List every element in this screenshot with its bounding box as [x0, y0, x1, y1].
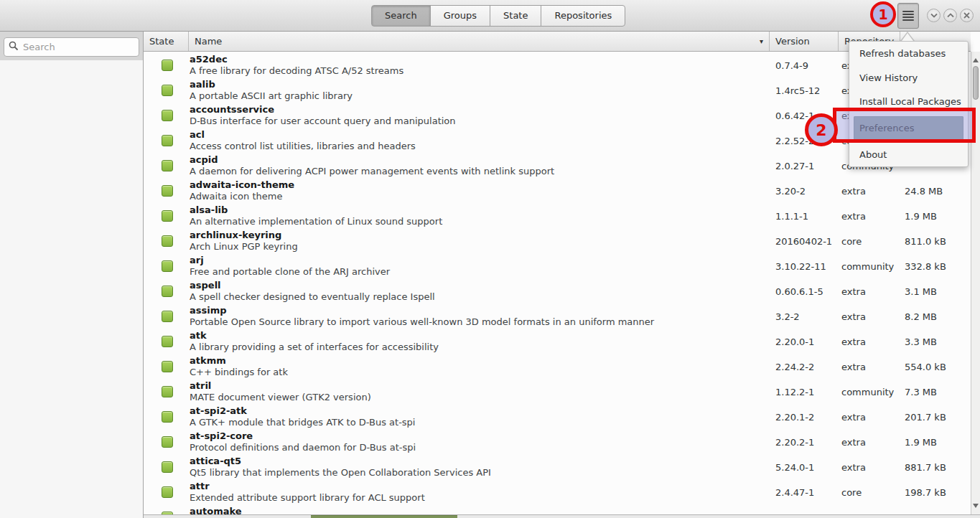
package-version: 2.4.47-1	[775, 480, 814, 505]
package-repository: core	[841, 480, 862, 505]
menu-item-refresh-databases[interactable]: Refresh databases	[849, 42, 968, 66]
package-size: 881.7 kB	[905, 455, 946, 480]
horizontal-scrollbar-thumb[interactable]	[311, 515, 457, 518]
search-input-box[interactable]	[4, 37, 139, 57]
package-size: 1.9 MB	[905, 204, 937, 229]
package-installed-icon	[162, 60, 173, 71]
tab-repositories[interactable]: Repositories	[541, 5, 625, 27]
package-version: 3.20-2	[775, 179, 806, 204]
sidebar	[0, 60, 144, 518]
app-menu-button[interactable]	[897, 3, 919, 29]
column-version-header[interactable]: Version	[770, 32, 839, 51]
package-installed-icon	[162, 135, 173, 146]
package-size: 8.2 MB	[905, 304, 937, 329]
package-repository: core	[841, 505, 862, 514]
vertical-scrollbar-thumb[interactable]	[973, 66, 979, 100]
package-repository: extra	[841, 455, 866, 480]
package-size: 24.8 MB	[905, 179, 943, 204]
scroll-up-arrow-icon[interactable]	[973, 58, 979, 62]
table-row[interactable]: attrExtended attribute support library f…	[144, 480, 971, 505]
package-name: a52dec	[190, 54, 228, 65]
package-installed-icon	[162, 461, 173, 473]
package-installed-icon	[162, 311, 173, 322]
table-row[interactable]: aalibA portable ASCII art graphic librar…	[144, 78, 971, 103]
package-installed-icon	[162, 235, 173, 247]
package-description: A free library for decoding ATSC A/52 st…	[190, 65, 403, 76]
package-version: 1.15-1	[775, 505, 806, 514]
package-description: Free and portable clone of the ARJ archi…	[190, 266, 390, 277]
package-repository: extra	[841, 405, 866, 430]
package-description: Qt5 library that implements the Open Col…	[190, 467, 491, 478]
table-row[interactable]: at-spi2-atkA GTK+ module that bridges AT…	[144, 405, 971, 430]
package-name: assimp	[190, 305, 227, 316]
package-name: at-spi2-atk	[190, 405, 247, 416]
package-size: 1.9 MB	[905, 430, 937, 455]
table-row[interactable]: at-spi2-coreProtocol definitions and dae…	[144, 430, 971, 455]
tab-search[interactable]: Search	[371, 5, 431, 27]
table-row[interactable]: aspellA spell checker designed to eventu…	[144, 279, 971, 304]
package-name: attica-qt5	[190, 456, 241, 466]
package-installed-icon	[162, 336, 173, 347]
package-description: A spell checker designed to eventually r…	[190, 291, 435, 302]
package-repository: extra	[841, 304, 866, 329]
close-icon	[963, 12, 970, 19]
package-size: 3.1 MB	[905, 279, 937, 304]
table-row[interactable]: atkmmC++ bindings for atk2.24.2-2extra55…	[144, 354, 971, 380]
table-row[interactable]: archlinux-keyringArch Linux PGP keyring2…	[144, 229, 971, 254]
package-name: atkmm	[190, 355, 226, 366]
package-repository: community	[841, 254, 894, 279]
package-installed-icon	[162, 85, 173, 96]
app-menu-popup: Refresh databasesView HistoryInstall Loc…	[849, 41, 969, 167]
table-row[interactable]: atrilMATE document viewer (GTK2 version)…	[144, 380, 971, 405]
table-row[interactable]: alsa-libAn alternative implementation of…	[144, 204, 971, 229]
package-version: 1.1.1-1	[775, 204, 808, 229]
search-input[interactable]	[23, 42, 131, 52]
package-description: C++ bindings for atk	[190, 367, 288, 377]
package-installed-icon	[162, 486, 173, 498]
menu-item-view-history[interactable]: View History	[849, 66, 968, 90]
close-button[interactable]	[960, 9, 974, 22]
horizontal-scrollbar[interactable]	[144, 514, 980, 518]
table-row[interactable]: arjFree and portable clone of the ARJ ar…	[144, 254, 971, 279]
package-name: atril	[190, 380, 211, 391]
menu-item-about[interactable]: About	[849, 142, 968, 166]
package-installed-icon	[162, 386, 173, 397]
tab-groups[interactable]: Groups	[430, 5, 490, 27]
table-row[interactable]: acpidA daemon for delivering ACPI power …	[144, 154, 971, 179]
search-icon	[9, 41, 19, 53]
table-row[interactable]: assimpPortable Open Source library to im…	[144, 304, 971, 329]
package-version: 3.2-2	[775, 304, 800, 329]
package-description: An alternative implementation of Linux s…	[190, 216, 442, 227]
table-row[interactable]: attica-qt5Qt5 library that implements th…	[144, 455, 971, 480]
column-state-header[interactable]: State	[144, 32, 189, 51]
package-repository: extra	[841, 329, 866, 354]
package-name: atk	[190, 330, 207, 341]
step-1-badge: 1	[870, 1, 896, 27]
scroll-down-arrow-icon[interactable]	[973, 504, 979, 508]
package-repository: extra	[841, 354, 866, 380]
header-bar: SearchGroupsStateRepositories	[0, 0, 980, 32]
package-installed-icon	[162, 185, 173, 197]
package-size: 554.0 kB	[905, 354, 946, 380]
package-repository: community	[841, 380, 894, 405]
column-name-header[interactable]: Name ▾	[189, 32, 770, 51]
package-size: 811.0 kB	[905, 229, 946, 254]
package-version: 20160402-1	[775, 229, 832, 254]
package-repository: extra	[841, 430, 866, 455]
table-row[interactable]: automake1.15-1core1.6 MB	[144, 505, 971, 514]
table-row[interactable]: adwaita-icon-themeAdwaita icon theme3.20…	[144, 179, 971, 204]
table-row[interactable]: a52decA free library for decoding ATSC A…	[144, 53, 971, 78]
table-row[interactable]: atkA library providing a set of interfac…	[144, 329, 971, 354]
sidebar-search-area	[0, 32, 144, 60]
package-description: Portable Open Source library to import v…	[190, 316, 654, 327]
package-name: accountsservice	[190, 104, 274, 115]
package-description: Access control list utilities, libraries…	[190, 141, 416, 151]
package-version: 3.10.22-11	[775, 254, 826, 279]
package-description: A daemon for delivering ACPI power manag…	[190, 166, 554, 176]
tab-state[interactable]: State	[490, 5, 541, 27]
package-version: 2.24.2-2	[775, 354, 814, 380]
minimize-button[interactable]	[927, 9, 941, 22]
package-installed-icon	[162, 411, 173, 423]
package-repository: core	[841, 229, 862, 254]
maximize-button[interactable]	[943, 9, 957, 22]
